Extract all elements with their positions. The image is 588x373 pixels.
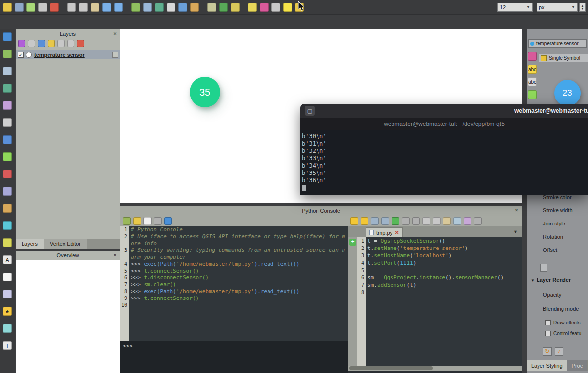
favorites-icon[interactable]: ★	[3, 307, 12, 316]
layer-item-temperature-sensor[interactable]: ✓ temperature sensor	[16, 50, 120, 59]
add-delimited-text-icon[interactable]	[167, 3, 175, 12]
size-spinner[interactable]: ▲▼	[579, 3, 586, 12]
add-xyz-icon[interactable]	[3, 221, 12, 230]
close-icon[interactable]: ✕	[112, 30, 118, 37]
apply-style-button[interactable]: ✓	[555, 347, 564, 356]
filter-legend-icon[interactable]	[48, 40, 55, 47]
terminal-window[interactable]: ▢ webmaster@webmaster-tuf webmaster@webm…	[300, 104, 588, 195]
add-oracle-icon[interactable]	[3, 170, 12, 178]
tab-layer-styling[interactable]: Layer Styling	[527, 360, 567, 371]
terminal-titlebar[interactable]: ▢ webmaster@webmaster-tuf	[300, 104, 588, 118]
add-spatialite-icon[interactable]	[3, 152, 12, 161]
expand-all-icon[interactable]	[67, 40, 74, 47]
add-raster-layer-icon[interactable]	[143, 3, 152, 12]
view-3d-icon[interactable]	[528, 90, 537, 99]
find-text-icon[interactable]	[453, 217, 461, 225]
terminal-app-icon[interactable]: ▢	[305, 106, 315, 116]
editor-tab-tmp-py[interactable]: tmp.py ✕	[366, 227, 403, 237]
label-pin-icon[interactable]	[271, 3, 280, 12]
checkbox[interactable]	[545, 320, 551, 325]
show-editor-icon[interactable]	[144, 217, 151, 225]
add-wms-icon[interactable]	[3, 204, 12, 213]
add-feature-icon[interactable]	[26, 3, 35, 12]
close-icon[interactable]: ✕	[112, 252, 118, 258]
add-wms-layer-icon[interactable]	[190, 3, 199, 12]
terminal-output[interactable]: b'30\n'b'31\n'b'32\n'b'33\n'b'34\n'b'35\…	[300, 130, 588, 195]
cut-text-icon[interactable]	[422, 217, 430, 225]
symbology-icon[interactable]	[528, 52, 537, 61]
add-point-cloud-icon[interactable]	[3, 101, 12, 110]
tab-list-dropdown-icon[interactable]: ▼	[514, 229, 518, 234]
editor-options-icon[interactable]	[474, 217, 482, 225]
terminal-tab[interactable]: webmaster@webmaster-tuf: ~/dev/cpp/bm-qt…	[384, 121, 505, 127]
font-units-combo[interactable]: px ▼	[537, 3, 578, 12]
undo-icon[interactable]	[102, 3, 111, 12]
offset-spinbox[interactable]	[540, 264, 547, 272]
add-mesh-layer-icon[interactable]	[155, 3, 164, 12]
open-script-icon[interactable]	[350, 217, 358, 225]
cut-features-icon[interactable]	[67, 3, 76, 12]
add-postgis-icon[interactable]	[3, 135, 12, 144]
add-postgis-layer-icon[interactable]	[178, 3, 187, 12]
move-feature-icon[interactable]	[38, 3, 47, 12]
symbol-type-combo[interactable]: Single Symbol	[539, 54, 588, 62]
select-annotation-icon[interactable]	[3, 273, 12, 281]
field-calculator-icon[interactable]	[231, 3, 240, 12]
layer-labeling-icon[interactable]	[248, 3, 257, 12]
save-layer-edits-icon[interactable]	[15, 3, 24, 12]
tab-layers[interactable]: Layers	[16, 239, 44, 249]
delete-selected-icon[interactable]	[50, 3, 59, 12]
save-script-as-icon[interactable]	[381, 217, 389, 225]
redo-icon[interactable]	[114, 3, 123, 12]
console-options-icon[interactable]	[154, 217, 162, 225]
panel-splitter[interactable]	[120, 203, 522, 206]
layer-visibility-checkbox[interactable]: ✓	[18, 52, 24, 58]
console-input[interactable]: >>>	[120, 341, 348, 373]
paste-features-icon[interactable]	[91, 3, 99, 12]
checkbox-row-draw-effects[interactable]: Draw effects	[545, 319, 581, 326]
object-inspector-icon[interactable]	[464, 217, 471, 225]
layer-rendering-section[interactable]: ▼Layer Render	[531, 277, 571, 283]
add-wfs-icon[interactable]	[3, 238, 12, 247]
layer-diagram-icon[interactable]	[260, 3, 269, 12]
add-virtual-layer-icon[interactable]	[3, 187, 12, 196]
uncomment-code-icon[interactable]	[412, 217, 420, 225]
clear-console-icon[interactable]	[123, 217, 131, 225]
browser-icon[interactable]	[3, 32, 12, 41]
add-vector-layer-icon[interactable]	[3, 50, 12, 58]
annotation-toolbar-icon[interactable]: T	[3, 341, 12, 350]
console-help-icon[interactable]	[164, 217, 172, 225]
console-output[interactable]: 1# Python Console2# Use iface to access …	[120, 226, 348, 341]
add-group-icon[interactable]	[28, 40, 35, 47]
tab-proc[interactable]: Proc	[567, 360, 588, 371]
manage-map-themes-icon[interactable]	[38, 40, 45, 47]
checkbox-row-control-featu[interactable]: Control featu	[545, 330, 581, 337]
copy-text-icon[interactable]	[433, 217, 441, 225]
import-class-icon[interactable]	[133, 217, 141, 225]
masks-icon[interactable]: abc	[528, 77, 537, 86]
open-layer-styling-icon[interactable]	[18, 40, 25, 47]
html-annotation-icon[interactable]	[3, 324, 12, 333]
add-vector-layer-icon[interactable]	[131, 3, 140, 12]
new-shapefile-icon[interactable]	[207, 3, 216, 12]
polygon-annotation-icon[interactable]	[3, 290, 12, 298]
save-script-icon[interactable]	[371, 217, 379, 225]
close-tab-icon[interactable]: ✕	[395, 230, 399, 235]
tab-vertex-editor[interactable]: Vertex Editor	[44, 239, 87, 249]
new-editor-tab-button[interactable]: +	[349, 239, 356, 246]
checkbox[interactable]	[545, 331, 551, 336]
label-highlight-icon[interactable]	[283, 3, 292, 12]
paste-text-icon[interactable]	[443, 217, 451, 225]
add-mesh-layer-icon[interactable]	[3, 84, 12, 93]
text-annotation-icon[interactable]: A	[3, 255, 12, 264]
editor-hscrollbar[interactable]	[348, 366, 522, 371]
add-raster-layer-icon[interactable]	[3, 67, 12, 75]
copy-features-icon[interactable]	[79, 3, 88, 12]
run-script-icon[interactable]	[392, 217, 399, 225]
editor-hscrollbar-thumb[interactable]	[349, 366, 433, 370]
remove-layer-icon[interactable]	[77, 40, 84, 47]
filter-by-expression-icon[interactable]	[57, 40, 65, 47]
add-delimited-text-icon[interactable]	[3, 118, 12, 127]
comment-code-icon[interactable]	[402, 217, 410, 225]
font-size-combo[interactable]: 12 ▼	[497, 3, 533, 12]
